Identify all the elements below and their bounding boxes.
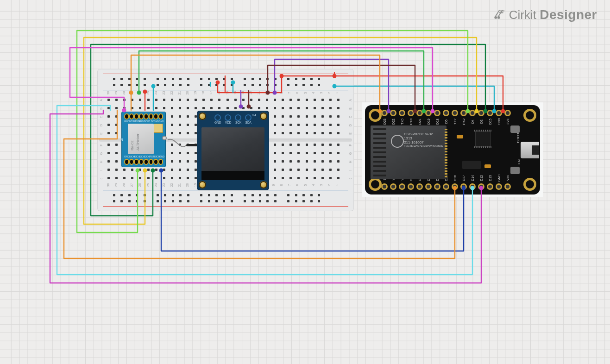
esp32-pin-d22[interactable]: D22 [389,109,397,117]
oled-pin-label-sck: SCK [235,121,241,124]
lora-ra02-module[interactable]: GNDNSSMOSIMISOSCK3.3VGNDGND Ra-02 Ai-Thi… [121,112,166,167]
lora-side-label: Ai [120,138,124,141]
esp32-pin-d14[interactable]: D14 [468,182,477,191]
esp32-regulator [462,161,481,169]
lora-pin-sck: SCK [144,120,149,124]
brand-word-1: Cirkit [509,8,536,22]
lora-pin-gnd: GND [159,120,164,124]
oled-screen [201,127,264,180]
esp32-pin-d2[interactable]: D2 [477,109,486,117]
lora-pin-rst: RST [150,155,154,159]
esp32-pin-rx2[interactable]: RX2 [459,109,468,117]
esp32-en-button[interactable] [510,167,520,174]
lora-pin-miso: MISO [139,120,144,124]
oled-pin-label-vdd: VDD [225,121,232,124]
lora-pin-gnd: GND [159,155,164,159]
lora-pin-dio3: DIO3 [145,155,150,159]
lora-match-network [154,124,163,133]
oled-display-module[interactable]: 0.4 GNDVDDSCKSDA [197,111,269,190]
lora-pin-gnd: GND [154,120,159,124]
esp32-chip-date2: 211-161007 [404,140,443,144]
esp32-pin-vp[interactable]: VP [389,182,397,191]
esp32-pin-en[interactable]: EN [380,182,389,191]
esp32-pin-d15[interactable]: D15 [486,109,495,117]
esp32-pin-vin[interactable]: VIN [503,182,512,191]
svg-point-1 [497,17,499,19]
esp32-pin-d12[interactable]: D12 [477,182,486,191]
esp32-pin-gnd[interactable]: GND [495,182,503,191]
esp32-pin-d32[interactable]: D32 [424,182,433,191]
esp32-pin-d21[interactable]: D21 [415,109,424,117]
esp32-pin-d5[interactable]: D5 [441,109,450,117]
esp32-usb-uart-chip [475,131,491,147]
esp32-pin-gnd[interactable]: GND [495,109,503,117]
esp32-chip-date1: 1313 [404,136,443,140]
brand-logo: Cirkit Designer [493,7,597,22]
esp32-pin-d19[interactable]: D19 [424,109,433,117]
esp32-pin-d25[interactable]: D25 [441,182,450,191]
brand-word-2: Designer [540,7,597,22]
lora-pin-dio2: DIO2 [139,155,145,159]
lora-pin-gnd: GND [124,155,129,159]
esp32-usb-port[interactable] [521,142,539,158]
esp32-pin-vn[interactable]: VN [397,182,406,191]
esp32-boot-label: BOOT [516,132,520,143]
esp32-module-name: ESP-WROOM-32 [404,132,443,136]
esp32-pin-rx0[interactable]: RX0 [406,109,415,117]
esp32-en-label: EN [517,159,521,164]
esp32-pin-tx2[interactable]: TX2 [451,109,459,117]
lora-pin-dio0: DIO0 [129,155,134,159]
lora-pin-3.3v: 3.3V [149,120,154,124]
esp32-pin-d27[interactable]: D27 [459,182,468,191]
oled-pin-label-sda: SDA [245,121,252,124]
esp32-pin-d26[interactable]: D26 [451,182,459,191]
esp32-pin-3v3[interactable]: 3V3 [503,109,512,117]
esp32-wroom-module: ESP-WROOM-32 1313 211-161007 FCC ID:2AC7… [371,126,446,179]
esp32-pin-d35[interactable]: D35 [415,182,424,191]
lora-vendor-label: Ai-Thinker [136,134,140,151]
svg-point-0 [495,17,497,19]
esp32-pin-d33[interactable]: D33 [433,182,441,191]
lora-shield-can: Ra-02 Ai-Thinker [128,124,154,154]
breadboard-power-rail-top[interactable] [105,73,346,91]
esp32-pin-d13[interactable]: D13 [486,182,495,191]
esp32-devkit[interactable]: D23D22TX0RX0D21D19D18D5TX2RX2D4D2D15GND3… [362,102,543,197]
lora-pin-dio1: DIO1 [134,155,139,159]
esp32-fcc-id: FCC ID:2AC7Z-ESPWROOM32 [404,144,443,147]
esp32-pin-tx0[interactable]: TX0 [397,109,406,117]
lora-pin-nss: NSS [129,120,134,124]
esp32-pin-d4[interactable]: D4 [468,109,477,117]
lora-pin-mosi: MOSI [134,120,139,124]
esp32-pin-d23[interactable]: D23 [380,109,389,117]
oled-pin-label-gnd: GND [214,121,221,124]
esp32-boot-button[interactable] [510,126,520,133]
breadboard-power-rail-bottom[interactable] [105,189,346,207]
esp32-pin-d18[interactable]: D18 [433,109,441,117]
brand-icon [493,8,505,22]
lora-model-label: Ra-02 [130,140,134,151]
lora-pin-gnd: GND [124,120,129,124]
lora-antenna-connector [162,136,167,140]
lora-pin-dio5: DIO5 [154,155,159,159]
esp32-pin-d34[interactable]: D34 [406,182,415,191]
oled-size-label: 0.4 [252,113,256,117]
